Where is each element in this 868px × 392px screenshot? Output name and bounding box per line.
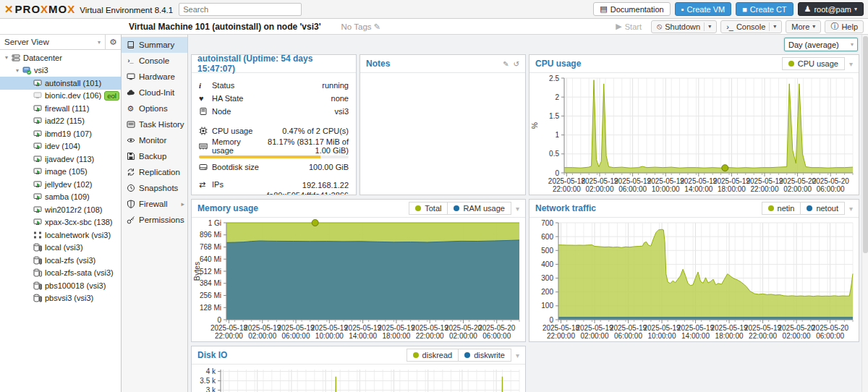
tree-expander-icon[interactable]: ▾ xyxy=(3,54,10,61)
gear-icon[interactable]: ⚙ xyxy=(105,35,121,50)
tree-item-datacenter[interactable]: ▾Datacenter xyxy=(0,51,121,64)
no-tags[interactable]: No Tags ✎ xyxy=(341,22,381,32)
vertical-scrollbar[interactable] xyxy=(861,35,868,392)
collapse-icon[interactable]: ▾ xyxy=(849,60,853,68)
svg-text:3 k: 3 k xyxy=(206,386,216,392)
tree-item-autoinstall-101[interactable]: autoinstall (101) xyxy=(0,77,121,90)
create-vm-button[interactable]: ▪ Create VM xyxy=(675,2,731,16)
nav-item-hardware[interactable]: Hardware xyxy=(122,69,187,85)
vm-toolbar: Virtual Machine 101 (autoinstall) on nod… xyxy=(0,19,868,35)
nav-item-task-history[interactable]: Task History xyxy=(122,116,187,132)
start-button[interactable]: ▶ Start xyxy=(610,20,647,33)
tree-item-jellydev-102[interactable]: jellydev (102) xyxy=(0,178,121,191)
tree-item-pbsvsi3-vsi3[interactable]: pbsvsi3 (vsi3) xyxy=(0,292,121,305)
nav-item-firewall[interactable]: Firewall▸ xyxy=(122,196,187,212)
svg-text:02:00:00: 02:00:00 xyxy=(783,185,812,193)
svg-text:22:00:00: 22:00:00 xyxy=(547,332,575,340)
nav-item-backup[interactable]: Backup xyxy=(122,148,187,164)
chip-icon xyxy=(199,127,212,135)
vm-nav-menu: Summary›_ConsoleHardwareCloud-Init⚙Optio… xyxy=(122,35,188,392)
tree-item-idev-104[interactable]: idev (104) xyxy=(0,140,121,153)
svg-text:18:00:00: 18:00:00 xyxy=(718,185,746,193)
nav-item-cloud-init[interactable]: Cloud-Init xyxy=(122,85,187,101)
tree-item-bionic-dev-106[interactable]: bionic.dev (106)eol xyxy=(0,90,121,103)
more-button[interactable]: More ▾ xyxy=(786,20,821,33)
help-button[interactable]: ⓘ Help xyxy=(825,20,864,33)
nav-item-permissions[interactable]: Permissions xyxy=(122,212,187,228)
svg-text:768 Mi: 768 Mi xyxy=(200,243,221,251)
refresh-icon[interactable]: ↺ xyxy=(514,60,519,68)
search-input[interactable] xyxy=(179,3,302,16)
tree-item-win2012r2-108[interactable]: win2012r2 (108) xyxy=(0,203,121,216)
tree-item-label: firewall (111) xyxy=(45,104,89,113)
console-label: Console xyxy=(736,22,765,31)
datacenter-icon xyxy=(10,54,21,62)
tree-item-label: local-zfs-sata (vsi3) xyxy=(45,268,114,277)
collapse-icon[interactable]: ▾ xyxy=(516,205,519,213)
svg-text:500: 500 xyxy=(541,247,553,255)
tree-item-localnetwork-vsi3[interactable]: localnetwork (vsi3) xyxy=(0,229,121,242)
svg-text:2025-05-18: 2025-05-18 xyxy=(210,324,248,332)
nav-item-console[interactable]: ›_Console xyxy=(122,53,187,69)
tree-item-ijavadev-113[interactable]: ijavadev (113) xyxy=(0,153,121,166)
nav-item-label: Task History xyxy=(139,120,184,129)
svg-text:2025-05-19: 2025-05-19 xyxy=(610,324,647,332)
book-icon xyxy=(126,41,135,49)
tree-item-firewall-111[interactable]: firewall (111) xyxy=(0,102,121,115)
tree-item-local-zfs-sata-vsi3[interactable]: local-zfs-sata (vsi3) xyxy=(0,267,121,280)
svg-text:896 Mi: 896 Mi xyxy=(200,231,221,239)
tree-item-image-105[interactable]: image (105) xyxy=(0,166,121,179)
nav-item-replication[interactable]: Replication xyxy=(122,164,187,180)
user-menu-button[interactable]: ♟ root@pam ▾ xyxy=(798,2,864,16)
svg-text:2025-05-19: 2025-05-19 xyxy=(311,324,349,332)
legend-item-ram-usage[interactable]: RAM usage xyxy=(448,202,511,215)
tree-item-iad22-115[interactable]: iad22 (115) xyxy=(0,115,121,128)
legend-item-total[interactable]: Total xyxy=(409,202,448,215)
vm-running-icon xyxy=(32,104,43,113)
legend-item-netin[interactable]: netin xyxy=(762,202,801,215)
tree-item-local-zfs-vsi3[interactable]: local-zfs (vsi3) xyxy=(0,254,121,267)
collapse-icon[interactable]: ▾ xyxy=(516,351,519,359)
legend-item-netout[interactable]: netout xyxy=(801,202,845,215)
memory-panel-title: Memory usage xyxy=(197,203,258,213)
view-select[interactable]: Server View ▾ xyxy=(0,38,105,46)
vm-running-icon xyxy=(32,192,43,201)
scrollbar-thumb[interactable] xyxy=(863,36,868,253)
shutdown-button[interactable]: ⦸ Shutdown ▾ xyxy=(651,20,717,33)
notes-content[interactable] xyxy=(360,73,525,195)
tree-item-label: jellydev (102) xyxy=(45,180,92,189)
edit-notes-icon[interactable]: ✎ xyxy=(503,60,509,68)
key-icon xyxy=(126,216,135,224)
legend-item-diskread[interactable]: diskread xyxy=(407,349,459,362)
nav-item-monitor[interactable]: Monitor xyxy=(122,132,187,148)
period-select-value: Day (average) xyxy=(788,41,839,49)
nav-item-options[interactable]: ⚙Options xyxy=(122,101,187,116)
tree-item-label: local (vsi3) xyxy=(45,243,83,252)
legend-item-diskwrite[interactable]: diskwrite xyxy=(459,349,511,362)
svg-text:22:00:00: 22:00:00 xyxy=(751,185,779,193)
legend-item-cpu-usage[interactable]: CPU usage xyxy=(782,57,845,70)
notes-panel: Notes ✎ ↺ xyxy=(359,54,526,195)
status-label: IPs xyxy=(212,180,224,189)
tree-item-vsi3[interactable]: ▾vsi3 xyxy=(0,64,121,77)
status-label: Status xyxy=(212,81,234,90)
tree-item-samba-109[interactable]: samba (109) xyxy=(0,191,121,204)
period-select[interactable]: Day (average) ▾ xyxy=(784,38,858,51)
nav-item-summary[interactable]: Summary xyxy=(122,37,187,53)
create-ct-button[interactable]: ■ Create CT xyxy=(736,2,793,16)
tree-item-ibmd19-107[interactable]: ibmd19 (107) xyxy=(0,127,121,140)
tree-item-pbs100018-vsi3[interactable]: pbs100018 (vsi3) xyxy=(0,279,121,292)
svg-text:06:00:00: 06:00:00 xyxy=(816,332,844,340)
documentation-button[interactable]: ▤ Documentation xyxy=(593,2,670,16)
ip-addresses: 192.168.1.22fe80::5054:ff:fe41:2866More xyxy=(267,180,349,195)
storage-active-icon xyxy=(32,243,43,252)
tree-item-local-vsi3[interactable]: local (vsi3) xyxy=(0,242,121,255)
collapse-icon[interactable]: ▾ xyxy=(849,205,853,213)
tree-expander-icon[interactable]: ▾ xyxy=(14,67,21,74)
chevron-right-icon: ▸ xyxy=(181,200,184,208)
tree-item-xpax-3cx-sbc-138[interactable]: xpax-3cx-sbc (138) xyxy=(0,216,121,229)
console-button[interactable]: ›_ Console ▾ xyxy=(720,20,782,33)
nav-item-snapshots[interactable]: Snapshots xyxy=(122,180,187,196)
memory-usage-chart: 0128 Mi256 Mi384 Mi512 Mi640 Mi768 Mi896… xyxy=(192,218,525,341)
nav-item-label: Permissions xyxy=(139,216,184,224)
